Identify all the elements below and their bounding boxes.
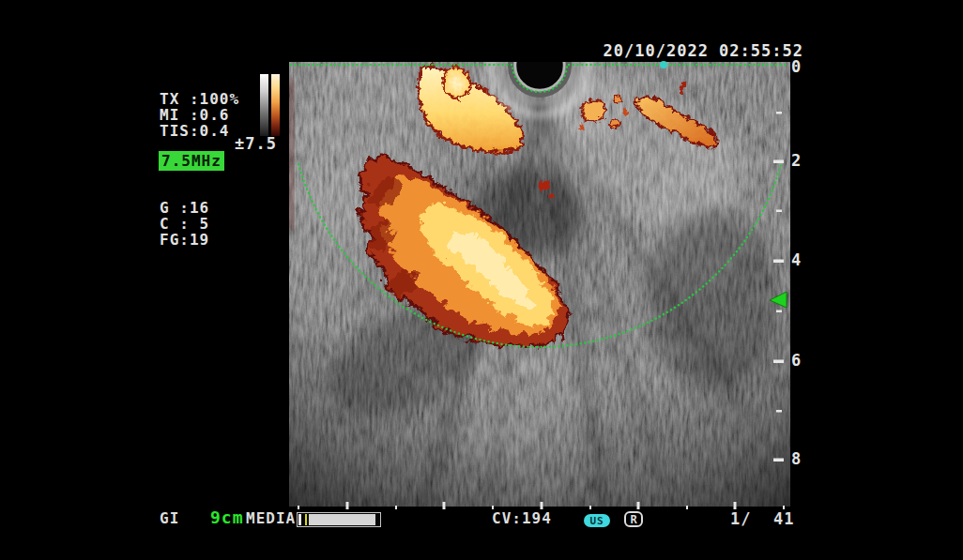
depth-label-4: 4	[791, 252, 808, 268]
media-label: MEDIA	[246, 510, 296, 527]
bmode-area	[242, 17, 790, 511]
cine-progress-bar[interactable]	[297, 512, 381, 527]
cv-readout: CV:194	[492, 510, 552, 527]
depth-label-6: 6	[791, 353, 808, 369]
doppler-colorbar	[260, 74, 280, 136]
velocity-range-readout: ±7.5	[235, 136, 277, 152]
timestamp: 20/10/2022 02:55:52	[604, 43, 803, 59]
us-badge: US	[584, 514, 610, 527]
probe-mode-label: GI	[160, 510, 179, 527]
fg-readout: FG:19	[160, 232, 209, 248]
depth-label-2: 2	[791, 153, 808, 169]
depth-label-0: 0	[791, 59, 808, 75]
orientation-badge: R	[624, 511, 643, 527]
frame-counter-total: 41	[773, 510, 794, 527]
tis-readout: TIS:0.4	[160, 123, 229, 139]
ultrasound-screen: 20/10/2022 02:55:52 TX :100% MI :0.6 TIS…	[0, 0, 963, 560]
cine-fill	[309, 514, 375, 525]
depth-readout: 9cm	[210, 509, 244, 526]
frame-counter-current: 1/	[730, 510, 751, 527]
frequency-badge: 7.5MHz	[159, 151, 224, 171]
cine-position-marker	[305, 514, 307, 525]
roi-marker-dot	[660, 61, 667, 68]
grayscale-bar	[260, 74, 268, 136]
depth-label-8: 8	[791, 451, 808, 467]
gain-readout: G :16	[160, 200, 209, 216]
ultrasound-image	[0, 0, 963, 560]
flow-color-bar	[271, 74, 280, 136]
contrast-readout: C : 5	[160, 216, 209, 232]
cine-start-marker	[298, 514, 301, 525]
tx-power-readout: TX :100%	[160, 91, 239, 107]
mi-readout: MI :0.6	[160, 107, 229, 123]
